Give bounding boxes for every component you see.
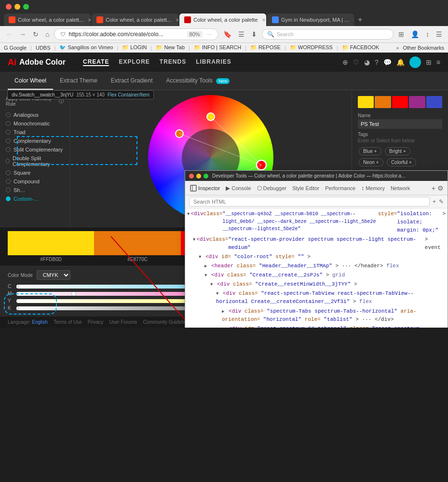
close-button[interactable]	[6, 4, 12, 10]
devtools-add-node-btn[interactable]: +	[433, 198, 436, 205]
html-line-8[interactable]: ▶ <div class= "spectrum-Tabs spectrum-Ta…	[185, 307, 448, 324]
sync-icon[interactable]: ↕	[424, 29, 431, 39]
harmony-monochromatic[interactable]: Monochromatic	[6, 119, 64, 128]
html-line-4[interactable]: ▶ <header class= "Header__header__1TMAp"…	[185, 262, 448, 271]
bookmark-wordpress[interactable]: 📁 WORDPRESS	[290, 44, 333, 51]
devtools-network-tab[interactable]: Network	[388, 183, 413, 193]
devtools-performance-tab[interactable]: Performance	[322, 183, 358, 193]
mini-swatch-4[interactable]	[409, 96, 425, 108]
footer-user-forums[interactable]: User Forums	[109, 319, 137, 325]
bookmark-repose[interactable]: 📁 REPOSE	[250, 44, 281, 51]
color-icon[interactable]: ◕	[364, 58, 370, 66]
swatch-1[interactable]: #FFDB0D	[8, 231, 94, 262]
menu-icon[interactable]: ☰	[434, 29, 444, 39]
tab-accessibility[interactable]: Accessibility Tools New	[160, 72, 237, 90]
nav-create[interactable]: CREATE	[83, 58, 109, 66]
bookmarks-icon[interactable]: 🔖	[221, 29, 233, 39]
tab-extract-gradient[interactable]: Extract Gradient	[104, 72, 160, 90]
tag-colorful[interactable]: Colorful +	[387, 158, 416, 166]
heart-icon[interactable]: ♡	[353, 58, 359, 66]
browser-tab-4[interactable]: Gym in Newburyport, MA | ... ✕	[267, 14, 354, 26]
footer-terms[interactable]: Terms of Use	[54, 319, 82, 325]
mini-swatch-5[interactable]	[426, 96, 442, 108]
maximize-button[interactable]	[23, 4, 29, 10]
bookmarks-overflow[interactable]: »	[396, 45, 399, 51]
bell-icon[interactable]: 🔔	[396, 58, 405, 66]
back-button[interactable]: ←	[4, 29, 14, 39]
footer-community[interactable]: Community Guidelines	[143, 319, 191, 325]
harmony-shades[interactable]: Sh…	[6, 186, 64, 194]
bookmark-udbs[interactable]: UDBS	[36, 45, 51, 51]
html-line-3[interactable]: ▼ <div id= "color-root" style= "" >	[185, 252, 448, 262]
tab-2-close[interactable]: ✕	[176, 17, 178, 23]
browser-tab-2[interactable]: Color wheel, a color palett... ✕	[92, 14, 178, 26]
reader-view-icon[interactable]: ☰	[236, 29, 246, 39]
bookmark-info[interactable]: 📁 INFO | SEARCH	[194, 44, 241, 51]
harmony-compound[interactable]: Compound	[6, 177, 64, 186]
minimize-button[interactable]	[14, 4, 20, 10]
color-mode-select[interactable]: CMYK RGB HSL LAB	[37, 270, 70, 280]
nav-libraries[interactable]: LIBRARIES	[196, 58, 231, 66]
tab-extract-theme[interactable]: Extract Theme	[53, 72, 104, 90]
devtools-close-btn[interactable]	[189, 174, 194, 179]
devtools-inspector-btn[interactable]: Inspector	[187, 182, 223, 194]
harmony-complementary[interactable]: Complementary	[6, 137, 64, 145]
share-icon[interactable]: ⊕	[342, 58, 348, 66]
menu-more-icon[interactable]: ≡	[436, 58, 440, 66]
devtools-max-btn[interactable]	[204, 174, 208, 179]
harmony-double-split[interactable]: Double Split Complementary	[6, 154, 64, 168]
html-line-5[interactable]: ▼ <div class= "Create__create__2sPJs" > …	[185, 271, 448, 280]
url-field[interactable]: 🛡 https://color.adobe.com/create/colo...…	[54, 28, 218, 40]
nav-explore[interactable]: EXPLORE	[119, 58, 149, 66]
bookmark-newtab[interactable]: 📁 New Tab	[156, 44, 185, 51]
harmony-analogous[interactable]: Analogous	[6, 110, 64, 119]
harmony-split-comp[interactable]: Split Complementary	[6, 145, 64, 154]
grid-icon[interactable]: ⊞	[426, 58, 432, 66]
mini-swatch-1[interactable]	[358, 96, 374, 108]
devtools-memory-tab[interactable]: ↕ Memory	[358, 182, 388, 194]
devtools-add-tab-btn[interactable]: +	[432, 184, 435, 192]
tab-color-wheel[interactable]: Color Wheel	[8, 72, 53, 90]
bookmark-google[interactable]: G Google	[4, 45, 27, 51]
devtools-debugger-tab[interactable]: ⬡ Debugger	[254, 182, 289, 194]
home-button[interactable]: ⌂	[43, 29, 51, 39]
devtools-settings-btn[interactable]: ⚙	[437, 184, 444, 192]
devtools-edit-btn[interactable]: ✎	[439, 198, 444, 205]
chat-icon[interactable]: 💬	[383, 58, 392, 66]
html-line-2[interactable]: ▼ <div class= "react-spectrum-provider s…	[185, 235, 448, 252]
nav-trends[interactable]: TRENDS	[160, 58, 186, 66]
download-icon[interactable]: ⬇	[249, 29, 259, 39]
new-tab-button[interactable]: +	[355, 15, 365, 24]
footer-privacy[interactable]: Privacy	[88, 319, 104, 325]
tab-1-close[interactable]: ✕	[88, 17, 91, 23]
footer-language-link[interactable]: English	[32, 319, 48, 325]
forward-button[interactable]: →	[17, 29, 28, 39]
html-search-input[interactable]	[189, 197, 430, 207]
harmony-square[interactable]: Square	[6, 168, 64, 177]
other-bookmarks[interactable]: Other Bookmarks	[403, 45, 444, 51]
user-avatar[interactable]	[409, 56, 421, 68]
palette-name-input[interactable]	[358, 119, 442, 129]
devtools-console-tab[interactable]: ▶ Console	[223, 182, 254, 194]
help-icon[interactable]: ?	[375, 58, 379, 66]
harmony-custom[interactable]: Custom-…	[6, 194, 64, 203]
bookmark-login[interactable]: 📁 LOGIN	[122, 44, 147, 51]
mini-swatch-3[interactable]	[392, 96, 408, 108]
html-line-1[interactable]: ▼ <div class= "__spectrum-q43oZ __spectr…	[185, 209, 448, 235]
reload-button[interactable]: ↻	[31, 29, 41, 39]
more-options-icon[interactable]: ···	[207, 31, 212, 38]
bookmark-facebook[interactable]: 📁 FACEBOOK	[342, 44, 380, 51]
mini-swatch-2[interactable]	[375, 96, 391, 108]
swatch-2[interactable]: #E8770C	[94, 231, 180, 262]
devtools-style-editor-tab[interactable]: Style Editor	[289, 183, 322, 193]
extensions-icon[interactable]: ⊞	[396, 29, 406, 39]
browser-tab-1[interactable]: Color wheel, a color palett... ✕	[4, 14, 91, 26]
tab-3-close[interactable]: ✕	[262, 17, 266, 23]
browser-tab-3[interactable]: Color wheel, a color palette ✕	[179, 14, 266, 26]
html-line-7[interactable]: ▼ <div class= "react-spectrum-TabView re…	[185, 289, 448, 306]
html-line-9[interactable]: ▼ <div id= "react-spectrum-56-tabpanel" …	[185, 324, 448, 328]
tag-bright[interactable]: Bright +	[385, 147, 410, 155]
tag-neon[interactable]: Neon +	[359, 158, 383, 166]
search-field[interactable]: 🔍 Search	[262, 29, 394, 40]
tag-blue[interactable]: Blue +	[359, 147, 381, 155]
